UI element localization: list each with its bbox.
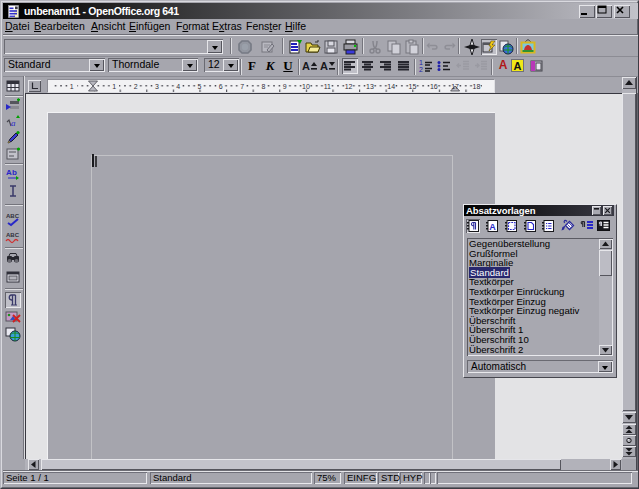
svg-text:ABC: ABC bbox=[6, 213, 20, 219]
svg-text:14: 14 bbox=[387, 83, 395, 90]
svg-text:12: 12 bbox=[345, 83, 353, 90]
svg-text:6: 6 bbox=[219, 83, 223, 90]
svg-text:15: 15 bbox=[409, 83, 417, 90]
svg-text:7: 7 bbox=[240, 83, 244, 90]
svg-text:8: 8 bbox=[261, 83, 265, 90]
svg-text:1: 1 bbox=[112, 83, 116, 90]
svg-text:18: 18 bbox=[473, 83, 481, 90]
svg-text:5: 5 bbox=[198, 83, 202, 90]
svg-text:A: A bbox=[320, 60, 328, 72]
svg-text:11: 11 bbox=[324, 83, 331, 90]
svg-text:2: 2 bbox=[419, 66, 423, 73]
svg-text:10: 10 bbox=[302, 83, 310, 90]
svg-text:3: 3 bbox=[155, 83, 159, 90]
svg-text:4: 4 bbox=[176, 83, 180, 90]
svg-text:a: a bbox=[11, 118, 16, 128]
svg-text:13: 13 bbox=[366, 83, 374, 90]
svg-text:2: 2 bbox=[134, 83, 138, 90]
svg-text:A: A bbox=[489, 222, 496, 232]
svg-text:b: b bbox=[12, 168, 17, 177]
svg-text:ABC: ABC bbox=[6, 232, 20, 238]
svg-text:17: 17 bbox=[451, 83, 459, 90]
svg-text:1: 1 bbox=[419, 59, 423, 66]
svg-text:9: 9 bbox=[283, 83, 287, 90]
svg-text:1: 1 bbox=[70, 83, 74, 90]
svg-text:A: A bbox=[302, 60, 310, 72]
svg-text:16: 16 bbox=[430, 83, 438, 90]
